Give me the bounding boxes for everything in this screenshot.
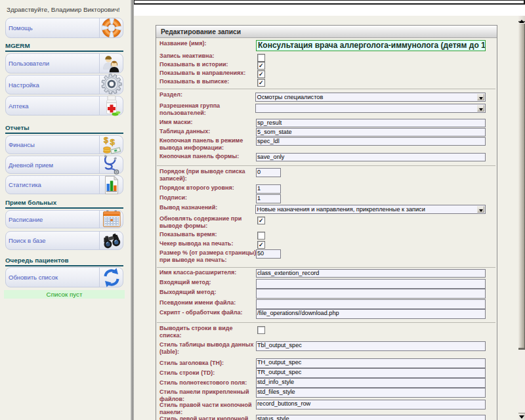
- svg-text:$: $: [104, 136, 108, 145]
- svg-text:$: $: [110, 137, 115, 147]
